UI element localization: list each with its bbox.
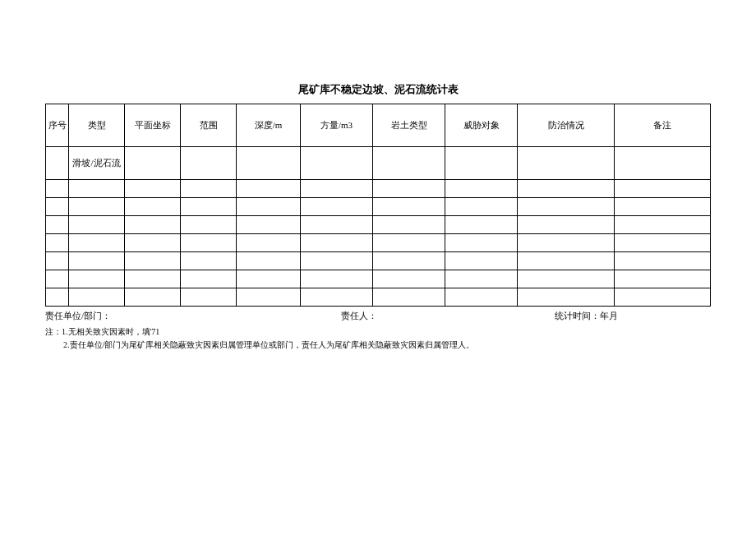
table-body: 滑坡/泥石流 — [46, 147, 711, 307]
table-row — [46, 288, 711, 307]
cell-type — [69, 180, 125, 198]
cell-threat — [445, 270, 518, 288]
cell-seq — [46, 288, 69, 307]
header-depth: 深度/m — [237, 104, 301, 147]
header-volume: 方量/m3 — [301, 104, 373, 147]
page-title: 尾矿库不稳定边坡、泥石流统计表 — [45, 82, 711, 97]
header-type: 类型 — [69, 104, 125, 147]
footer-line: 责任单位/部门： 责任人： 统计时间：年月 — [45, 310, 711, 322]
cell-volume — [301, 288, 373, 307]
table-row: 滑坡/泥石流 — [46, 147, 711, 180]
cell-control — [518, 288, 615, 307]
header-control: 防治情况 — [518, 104, 615, 147]
table-row — [46, 234, 711, 252]
header-coord: 平面坐标 — [125, 104, 181, 147]
header-range: 范围 — [181, 104, 237, 147]
cell-depth — [237, 147, 301, 180]
table-row — [46, 252, 711, 270]
cell-depth — [237, 216, 301, 234]
cell-control — [518, 234, 615, 252]
table-row — [46, 216, 711, 234]
note-line-2: 2.责任单位/部门为尾矿库相关隐蔽致灾因素归属管理单位或部门，责任人为尾矿库相关… — [45, 339, 711, 352]
cell-coord — [125, 234, 181, 252]
table-row — [46, 270, 711, 288]
cell-threat — [445, 180, 518, 198]
cell-threat — [445, 198, 518, 216]
cell-rock — [373, 234, 445, 252]
cell-seq — [46, 198, 69, 216]
responsible-unit-label: 责任单位/部门： — [45, 310, 341, 322]
cell-seq — [46, 216, 69, 234]
cell-control — [518, 216, 615, 234]
cell-volume — [301, 270, 373, 288]
cell-remark — [615, 234, 711, 252]
cell-threat — [445, 147, 518, 180]
header-threat: 威胁对象 — [445, 104, 518, 147]
cell-control — [518, 252, 615, 270]
cell-range — [181, 147, 237, 180]
note-line-1: 注：1.无相关致灾因素时，填'71 — [45, 325, 711, 339]
cell-seq — [46, 180, 69, 198]
cell-volume — [301, 198, 373, 216]
cell-depth — [237, 288, 301, 307]
cell-remark — [615, 252, 711, 270]
cell-seq — [46, 234, 69, 252]
cell-range — [181, 288, 237, 307]
cell-range — [181, 252, 237, 270]
cell-coord — [125, 198, 181, 216]
header-remark: 备注 — [615, 104, 711, 147]
cell-depth — [237, 234, 301, 252]
cell-rock — [373, 270, 445, 288]
cell-coord — [125, 216, 181, 234]
cell-seq — [46, 270, 69, 288]
cell-seq — [46, 147, 69, 180]
statistics-table: 序号 类型 平面坐标 范围 深度/m 方量/m3 岩土类型 威胁对象 防治情况 … — [45, 104, 711, 307]
cell-remark — [615, 270, 711, 288]
cell-remark — [615, 147, 711, 180]
cell-type — [69, 216, 125, 234]
cell-depth — [237, 252, 301, 270]
cell-type — [69, 198, 125, 216]
cell-type — [69, 288, 125, 307]
header-seq: 序号 — [46, 104, 69, 147]
cell-volume — [301, 147, 373, 180]
cell-seq — [46, 252, 69, 270]
cell-rock — [373, 252, 445, 270]
cell-type — [69, 252, 125, 270]
cell-threat — [445, 288, 518, 307]
cell-volume — [301, 252, 373, 270]
cell-remark — [615, 288, 711, 307]
responsible-person-label: 责任人： — [341, 310, 555, 322]
cell-threat — [445, 252, 518, 270]
cell-control — [518, 147, 615, 180]
cell-range — [181, 180, 237, 198]
cell-threat — [445, 234, 518, 252]
cell-control — [518, 270, 615, 288]
header-rock: 岩土类型 — [373, 104, 445, 147]
cell-rock — [373, 288, 445, 307]
cell-rock — [373, 198, 445, 216]
cell-coord — [125, 147, 181, 180]
cell-rock — [373, 180, 445, 198]
cell-rock — [373, 216, 445, 234]
cell-range — [181, 198, 237, 216]
cell-depth — [237, 198, 301, 216]
cell-type: 滑坡/泥石流 — [69, 147, 125, 180]
cell-type — [69, 234, 125, 252]
cell-range — [181, 234, 237, 252]
cell-rock — [373, 147, 445, 180]
cell-control — [518, 180, 615, 198]
cell-volume — [301, 216, 373, 234]
cell-threat — [445, 216, 518, 234]
notes-section: 注：1.无相关致灾因素时，填'71 2.责任单位/部门为尾矿库相关隐蔽致灾因素归… — [45, 325, 711, 352]
cell-range — [181, 216, 237, 234]
cell-range — [181, 270, 237, 288]
cell-coord — [125, 180, 181, 198]
cell-control — [518, 198, 615, 216]
cell-coord — [125, 252, 181, 270]
statistics-time-label: 统计时间：年月 — [555, 310, 711, 322]
cell-type — [69, 270, 125, 288]
cell-volume — [301, 180, 373, 198]
cell-depth — [237, 180, 301, 198]
cell-volume — [301, 234, 373, 252]
